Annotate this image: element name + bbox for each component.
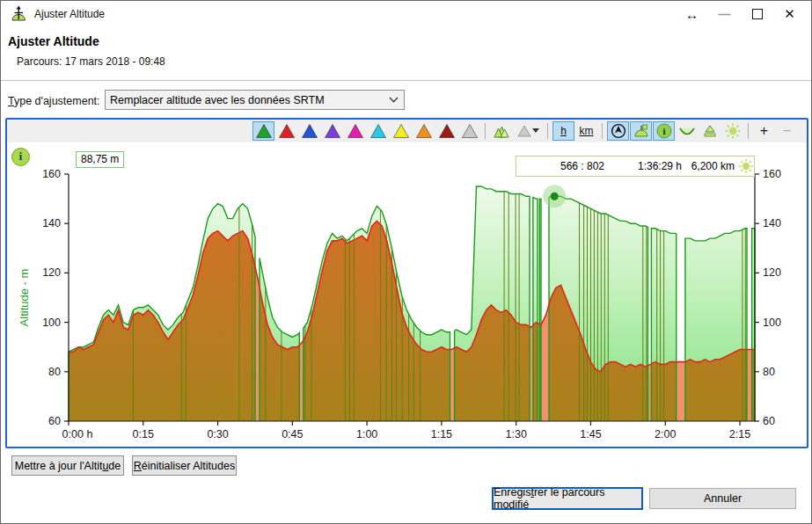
y-tick-label-right: 120 [763, 266, 781, 279]
adjustment-type-select[interactable]: Remplacer altitude avec les données SRTM [105, 90, 405, 110]
y-tick-label-left: 140 [42, 217, 61, 229]
circle-arrow-icon [611, 123, 626, 139]
header-divider [1, 80, 811, 81]
x-tick-label: 1:30 [506, 428, 527, 440]
color-orange-button[interactable] [413, 121, 435, 141]
sun-shading-button[interactable] [721, 121, 743, 141]
color-yellow-button[interactable] [390, 121, 412, 141]
title-bar[interactable]: Ajuster Altitude ↔ — ✕ [1, 1, 811, 27]
color-blue-button[interactable] [298, 121, 320, 141]
reset-altitudes-button[interactable]: Réinitialiser Altitudes [132, 455, 237, 476]
x-tick-label: 2:15 [729, 428, 750, 440]
adjustment-type-value: Remplacer altitude avec les données SRTM [106, 94, 383, 106]
smooth-profile-button[interactable] [676, 121, 698, 141]
slope-marks-button[interactable] [630, 121, 652, 141]
zoom-out-button[interactable]: − [776, 121, 798, 141]
save-modified-track-button[interactable]: Enregistrer le parcours modifié [492, 487, 643, 510]
elapsed-time-value: 1:36:29 h [604, 160, 682, 172]
altitude-profile-chart[interactable]: 0:00 h0:150:300:451:001:151:301:452:002:… [7, 142, 803, 443]
minimize-button[interactable]: — [708, 1, 741, 27]
toolbar-separator [485, 123, 486, 139]
close-button[interactable]: ✕ [773, 1, 806, 27]
y-tick-label-left: 80 [48, 366, 61, 378]
cancel-button[interactable]: Annuler [649, 488, 796, 509]
color-darkred-button[interactable] [435, 121, 457, 141]
adjustment-type-label: Type d'ajustement: [8, 95, 100, 107]
mountains-icon [493, 123, 510, 139]
track-subtitle: Parcours: 17 mars 2018 - 09:48 [17, 55, 165, 68]
gray-triangle-icon [516, 124, 532, 138]
green-triangle-icon [255, 123, 273, 139]
x-tick-label: 0:15 [133, 428, 154, 440]
activity-filter-dropdown[interactable] [513, 121, 543, 141]
resize-icon[interactable]: ↔ [676, 1, 708, 27]
x-tick-label: 2:00 [655, 428, 676, 440]
update-altitude-button[interactable]: Mettre à jour l'Altitude [11, 455, 124, 476]
srtm-gap-column [255, 266, 260, 421]
y-tick-label-left: 120 [42, 266, 61, 279]
y-tick-label-right: 140 [763, 217, 781, 229]
show-all-activities-button[interactable] [490, 121, 512, 141]
dialog-ajuster-altitude: Ajuster Altitude ↔ — ✕ Ajuster Altitude … [0, 0, 812, 524]
y-tick-label-right: 160 [763, 168, 781, 180]
color-purple-button[interactable] [321, 121, 343, 141]
maximize-icon [752, 9, 763, 19]
dropdown-chevron-icon [383, 97, 404, 103]
point-range-value: 566 : 802 [516, 160, 604, 172]
zoom-in-button[interactable]: + [753, 121, 775, 141]
srtm-gap-column [747, 350, 752, 422]
yellow-triangle-icon [392, 123, 410, 139]
color-magenta-button[interactable] [344, 121, 366, 141]
unit-km-button[interactable]: km [575, 121, 597, 141]
color-gray-button[interactable] [458, 121, 480, 141]
srtm-gap-column [450, 348, 455, 421]
toolbar-separator [602, 123, 603, 139]
cyan-triangle-icon [369, 123, 387, 139]
max-altitude-button[interactable] [699, 121, 721, 141]
y-tick-label-right: 100 [763, 317, 781, 329]
altitude-app-icon [10, 5, 27, 23]
dome-marker-icon [633, 123, 649, 139]
gray-triangle-icon [461, 123, 479, 139]
orange-triangle-icon [415, 123, 433, 139]
blue-triangle-icon [301, 123, 318, 139]
y-tick-label-left: 60 [48, 415, 61, 427]
svg-text:i: i [662, 126, 665, 136]
sun-icon [738, 158, 754, 174]
purple-triangle-icon [324, 123, 341, 139]
magenta-triangle-icon [347, 123, 364, 139]
x-tick-label: 0:45 [282, 428, 303, 440]
direction-arrows-button[interactable] [607, 121, 629, 141]
chart-info-box: 566 : 802 1:36:29 h 6,200 km [516, 156, 755, 177]
page-title: Ajuster Altitude [8, 34, 99, 48]
x-tick-label: 1:15 [431, 428, 452, 440]
unit-hours-button[interactable]: h [552, 121, 574, 141]
maximize-button[interactable] [741, 1, 773, 27]
selected-point-marker [551, 193, 559, 200]
sun-icon [724, 122, 742, 140]
triangle-line-icon [702, 123, 718, 139]
color-cyan-button[interactable] [367, 121, 389, 141]
distance-value: 6,200 km [682, 160, 735, 172]
x-tick-label: 0:30 [207, 428, 228, 440]
darkred-triangle-icon [438, 123, 456, 139]
info-icon: i [656, 123, 672, 139]
window-title: Ajuster Altitude [34, 8, 105, 20]
altitude-chart-svg[interactable]: 0:00 h0:150:300:451:001:151:301:452:002:… [7, 142, 803, 443]
chart-info-badge[interactable]: i [11, 148, 30, 166]
color-red-button[interactable] [275, 121, 297, 141]
profile-toolbar: h km i [7, 120, 807, 142]
y-tick-label-right: 60 [763, 415, 775, 427]
red-triangle-icon [278, 123, 296, 139]
srtm-gap-column [677, 362, 685, 421]
chevron-down-icon [532, 128, 539, 134]
y-tick-label-left: 100 [42, 317, 61, 329]
x-tick-label: 0:00 h [62, 428, 93, 440]
info-toggle-button[interactable]: i [653, 121, 675, 141]
x-tick-label: 1:00 [356, 428, 377, 440]
x-tick-label: 1:45 [580, 428, 601, 440]
toolbar-separator [547, 123, 548, 139]
color-green-button[interactable] [252, 121, 274, 141]
y-tick-label-left: 160 [42, 168, 61, 180]
profile-panel: h km i [5, 118, 808, 448]
